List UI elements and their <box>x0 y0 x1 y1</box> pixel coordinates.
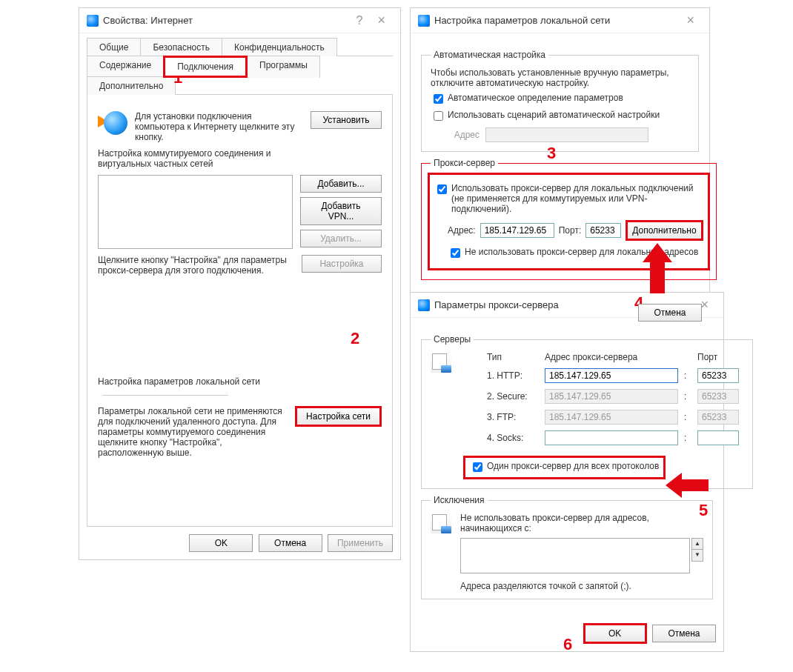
secure-label: 2. Secure: <box>487 391 539 402</box>
address-header: Адрес прокси-сервера <box>545 352 678 362</box>
ok-button[interactable]: OK <box>583 623 647 644</box>
annotation-5: 5 <box>699 501 708 520</box>
servers-legend: Серверы <box>431 334 474 345</box>
proxy-address-label: Адрес: <box>448 225 476 236</box>
socks-address-input[interactable] <box>545 430 678 445</box>
svg-marker-1 <box>666 473 709 498</box>
same-for-all-checkbox[interactable] <box>473 462 482 472</box>
exceptions-icon <box>431 513 451 533</box>
connections-listbox[interactable] <box>98 175 293 249</box>
exceptions-desc: Не использовать прокси-сервер для адресо… <box>460 513 703 533</box>
advanced-button[interactable]: Дополнительно <box>626 220 703 241</box>
bypass-local-checkbox[interactable] <box>451 248 460 258</box>
help-button[interactable]: ? <box>349 14 371 27</box>
scroll-down-icon[interactable]: ▼ <box>691 550 703 562</box>
window2-title: Настройка параметров локальной сети <box>434 15 679 26</box>
type-header: Тип <box>487 352 539 362</box>
proxy-port-label: Порт: <box>559 225 582 236</box>
add-vpn-button[interactable]: Добавить VPN... <box>300 197 382 225</box>
window1-title: Свойства: Интернет <box>103 15 349 26</box>
tab-connections[interactable]: Подключения <box>163 56 248 78</box>
globe-icon <box>418 299 430 311</box>
cancel-button[interactable]: Отмена <box>652 625 716 642</box>
same-for-all-label: Один прокси-сервер для всех протоколов <box>487 461 659 471</box>
ok-button[interactable]: OK <box>189 534 253 552</box>
install-text: Для установки подключения компьютера к И… <box>135 111 303 142</box>
http-label: 1. HTTP: <box>487 370 539 381</box>
proxy-address-input[interactable] <box>480 223 554 238</box>
globe-icon <box>418 15 430 27</box>
secure-port-input <box>697 389 739 404</box>
use-proxy-checkbox[interactable] <box>437 184 447 194</box>
ftp-port-input <box>697 410 739 425</box>
tab-programs[interactable]: Программы <box>247 56 320 78</box>
secure-address-input <box>545 389 678 404</box>
annotation-6: 6 <box>563 635 572 654</box>
proxy-legend: Прокси-сервер <box>431 158 498 168</box>
auto-desc: Чтобы использовать установленные вручную… <box>431 67 689 88</box>
lan-text: Параметры локальной сети не применяются … <box>98 406 295 458</box>
auto-detect-checkbox[interactable] <box>434 94 443 104</box>
socks-label: 4. Socks: <box>487 433 539 443</box>
http-port-input[interactable] <box>697 368 739 383</box>
ftp-label: 3. FTP: <box>487 412 539 422</box>
delete-button: Удалить... <box>300 230 382 247</box>
settings-button: Настройка <box>302 255 382 273</box>
use-proxy-label: Использовать прокси-сервер для локальных… <box>451 183 703 214</box>
auto-legend: Автоматическая настройка <box>431 50 548 60</box>
script-address-input <box>485 127 648 142</box>
use-script-checkbox[interactable] <box>434 111 443 121</box>
port-header: Порт <box>697 352 743 362</box>
apply-button: Применить <box>328 534 393 552</box>
tab-content[interactable]: Содержание <box>87 56 164 78</box>
lan-settings-button[interactable]: Настройка сети <box>295 406 382 427</box>
exceptions-textarea[interactable] <box>460 538 690 573</box>
svg-marker-0 <box>643 243 672 293</box>
annotation-3: 3 <box>547 144 556 163</box>
red-arrow-icon <box>643 243 672 296</box>
settings-text: Щелкните кнопку "Настройка" для параметр… <box>98 255 294 276</box>
auto-detect-label: Автоматическое определение параметров <box>448 93 623 103</box>
tab-general[interactable]: Общие <box>87 38 141 56</box>
exceptions-legend: Исключения <box>431 495 488 505</box>
close-button[interactable]: × <box>679 13 702 28</box>
cancel-button[interactable]: Отмена <box>259 534 322 552</box>
tab-advanced[interactable]: Дополнительно <box>87 76 176 95</box>
annotation-2: 2 <box>351 329 359 348</box>
dialup-heading: Настройка коммутируемого соединения и ви… <box>98 148 305 169</box>
ftp-address-input <box>545 410 678 425</box>
socks-port-input[interactable] <box>697 430 739 445</box>
red-arrow-icon <box>666 473 709 500</box>
globe-icon <box>104 111 127 135</box>
cancel-button[interactable]: Отмена <box>638 304 702 322</box>
tab-security[interactable]: Безопасность <box>140 38 222 56</box>
use-script-label: Использовать сценарий автоматической нас… <box>448 110 660 120</box>
servers-icon <box>431 352 451 373</box>
globe-icon <box>87 15 99 27</box>
install-button[interactable]: Установить <box>311 111 382 129</box>
scroll-up-icon[interactable]: ▲ <box>691 538 703 550</box>
close-button[interactable]: × <box>370 13 393 28</box>
script-address-label: Адрес <box>448 130 485 140</box>
exceptions-hint: Адреса разделяются точкой с запятой (;). <box>460 581 703 591</box>
tab-privacy[interactable]: Конфиденциальность <box>222 38 337 56</box>
proxy-port-input[interactable] <box>585 223 621 238</box>
lan-heading: Настройка параметров локальной сети <box>98 376 260 387</box>
http-address-input[interactable] <box>545 368 678 383</box>
add-button[interactable]: Добавить... <box>300 175 382 193</box>
